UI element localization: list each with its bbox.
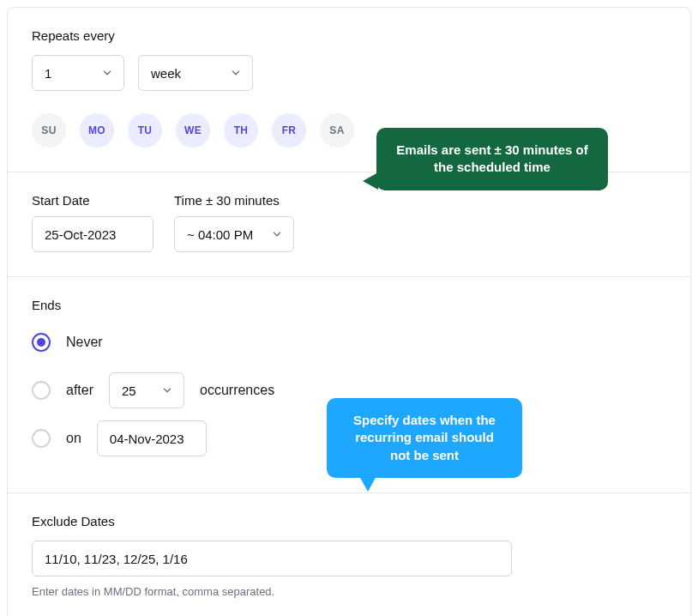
day-chip-tu[interactable]: TU — [128, 113, 162, 148]
chevron-down-icon — [271, 228, 283, 240]
time-value: ~ 04:00 PM — [187, 227, 253, 242]
time-label: Time ± 30 minutes — [174, 193, 294, 208]
chevron-down-icon — [161, 384, 173, 396]
ends-never-radio[interactable] — [32, 333, 51, 352]
day-chip-su[interactable]: SU — [32, 113, 66, 148]
tooltip-time-window: Emails are sent ± 30 minutes of the sche… — [376, 128, 608, 190]
recurring-schedule-form: Repeats every 1 week SUMOTUWETHFRSA Star… — [7, 7, 691, 616]
exclude-section: Exclude Dates 11/10, 11/23, 12/25, 1/16 … — [8, 493, 690, 616]
start-date-label: Start Date — [32, 193, 153, 208]
start-date-value: 25-Oct-2023 — [45, 227, 116, 242]
occurrences-word: occurrences — [200, 383, 274, 398]
ends-label: Ends — [32, 298, 666, 312]
tooltip-tail — [363, 172, 378, 190]
ends-on-date-value: 04-Nov-2023 — [110, 432, 184, 446]
exclude-label: Exclude Dates — [32, 514, 666, 528]
ends-after-label: after — [66, 383, 93, 398]
repeat-unit-select[interactable]: week — [138, 55, 253, 91]
exclude-dates-input[interactable]: 11/10, 11/23, 12/25, 1/16 — [32, 541, 512, 577]
day-chip-sa[interactable]: SA — [320, 113, 354, 148]
chevron-down-icon — [101, 67, 113, 79]
occurrences-value: 25 — [122, 383, 136, 398]
ends-on-radio[interactable] — [32, 429, 51, 448]
repeat-interval-value: 1 — [45, 66, 51, 81]
repeat-interval-select[interactable]: 1 — [32, 55, 124, 91]
day-chip-fr[interactable]: FR — [272, 113, 306, 148]
repeat-unit-value: week — [151, 66, 181, 81]
exclude-helper-text: Enter dates in MM/DD format, comma separ… — [32, 585, 666, 598]
time-select[interactable]: ~ 04:00 PM — [174, 216, 294, 252]
ends-never-label: Never — [66, 335, 103, 350]
ends-on-date-input[interactable]: 04-Nov-2023 — [97, 420, 207, 456]
day-chip-th[interactable]: TH — [224, 113, 258, 148]
tooltip-time-text: Emails are sent ± 30 minutes of the sche… — [396, 142, 587, 174]
ends-on-label: on — [66, 431, 81, 446]
ends-after-radio[interactable] — [32, 381, 51, 400]
tooltip-exclude-text: Specify dates when the recurring email s… — [353, 413, 496, 462]
day-chip-we[interactable]: WE — [176, 113, 210, 148]
repeats-label: Repeats every — [32, 28, 666, 43]
tooltip-tail — [359, 476, 376, 492]
tooltip-exclude-dates: Specify dates when the recurring email s… — [327, 398, 522, 478]
chevron-down-icon — [230, 67, 242, 79]
exclude-dates-value: 11/10, 11/23, 12/25, 1/16 — [45, 552, 188, 566]
occurrences-select[interactable]: 25 — [109, 372, 184, 408]
day-chip-mo[interactable]: MO — [80, 113, 114, 148]
start-date-input[interactable]: 25-Oct-2023 — [32, 216, 153, 252]
